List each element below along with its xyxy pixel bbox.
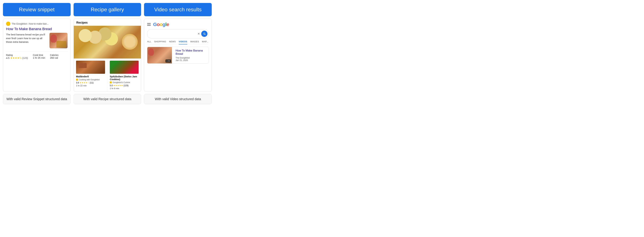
site-favicon-icon — [6, 22, 10, 26]
video-search-card: Google recipe banana bread ✕ ALL SHOPPIN… — [144, 18, 212, 92]
tab-images[interactable]: IMAGES — [190, 40, 199, 44]
video-thumbnail: 1:02 — [147, 47, 172, 64]
review-description: The best banana bread recipe you'll ever… — [6, 33, 47, 48]
google-logo: Google — [153, 22, 169, 27]
recipe-gallery-column: Recipe gallery Recipes Mailänderli Cooki… — [74, 3, 141, 104]
video-duration: 1:02 — [166, 60, 171, 62]
video-search-header: Video search results — [144, 3, 212, 16]
recipe-item-2-image — [110, 61, 139, 74]
recipe-item-2-source: Googlebot's Cuisine — [110, 81, 139, 84]
review-snippet-card: The Googlebot › how-to-make-ban... How T… — [3, 18, 71, 92]
tab-all[interactable]: ALL — [147, 40, 151, 44]
search-tabs: ALL SHOPPING NEWS VIDEOS IMAGES MAP... — [147, 40, 208, 44]
source-icon-1 — [76, 79, 78, 81]
search-icon — [203, 32, 206, 35]
recipe-2-rating-count: (123) — [124, 84, 128, 87]
recipe-item-1-image — [76, 61, 105, 74]
tab-shopping[interactable]: SHOPPING — [154, 40, 166, 44]
recipe-1-rating-value: 3.9 — [76, 82, 79, 84]
tab-maps[interactable]: MAP... — [202, 40, 208, 44]
recipe-2-rating-value: 5.0 — [110, 84, 113, 87]
recipe-2-time: 1 hr 8 min — [110, 87, 139, 90]
recipe-gallery-card: Recipes Mailänderli Cooking with Googleb… — [74, 18, 141, 92]
rating-label: Rating — [6, 54, 28, 56]
calories-label: Calories — [50, 54, 58, 56]
video-channel: The Googlebot — [176, 56, 207, 59]
stars-icon: ★★★★½ — [10, 56, 22, 60]
recipe-item-2: Spitzbuben (Swiss Jam Cookies) Googlebot… — [107, 58, 141, 92]
video-info: How To Make Banana Bread The Googlebot J… — [174, 47, 208, 64]
clear-search-icon[interactable]: ✕ — [198, 32, 200, 36]
rating-value: 4.5 — [6, 56, 10, 59]
site-info: The Googlebot › how-to-make-ban... — [12, 22, 49, 25]
recipe-1-rating: 3.9 ★★★★☆ (11) — [76, 82, 105, 84]
video-search-column: Video search results Google recipe banan… — [144, 3, 212, 104]
source-name-2: Googlebot's Cuisine — [112, 81, 130, 84]
review-snippet-footer: With valid Review Snippet structured dat… — [3, 94, 71, 104]
google-logo-g2: g — [162, 22, 165, 27]
rating-count: (123) — [22, 56, 28, 59]
video-result[interactable]: 1:02 How To Make Banana Bread The Google… — [147, 47, 208, 64]
review-snippet-title: Review snippet — [6, 6, 68, 12]
calories-value: 260 cal — [50, 56, 58, 59]
recipe-1-rating-count: (11) — [90, 82, 94, 84]
review-title-link[interactable]: How To Make Banana Bread — [6, 27, 68, 31]
site-name: The Googlebot — [12, 22, 27, 25]
recipe-2-rating: 5.0 ★★★★★ (123) — [110, 84, 139, 87]
recipe-grid: Mailänderli Cooking with Googlebot 3.9 ★… — [74, 58, 141, 92]
google-logo-o2: o — [160, 22, 162, 27]
calories-meta: Calories 260 cal — [50, 54, 58, 60]
source-name-1: Cooking with Googlebot — [79, 78, 100, 81]
recipe-item-1: Mailänderli Cooking with Googlebot 3.9 ★… — [74, 58, 107, 92]
recipe-gallery-header: Recipe gallery — [74, 3, 141, 16]
recipe-gallery-footer: With valid Recipe structured data — [74, 94, 141, 104]
recipe-gallery-title: Recipe gallery — [76, 6, 139, 12]
review-snippet-column: Review snippet The Googlebot › how-to-ma… — [3, 3, 71, 104]
hamburger-menu-icon[interactable] — [147, 23, 151, 26]
video-search-title: Video search results — [147, 6, 209, 12]
recipe-main-image — [74, 26, 141, 58]
google-logo-e: e — [166, 22, 169, 27]
google-header: Google — [147, 22, 208, 27]
review-meta: Rating 4.5 ★★★★½ (123) Cook time 1 hr 25… — [6, 51, 68, 60]
source-icon-2 — [110, 82, 112, 84]
google-logo-l: l — [165, 22, 166, 27]
recipe-item-1-name: Mailänderli — [76, 75, 105, 78]
google-logo-g: G — [153, 22, 157, 27]
recipe-item-2-name: Spitzbuben (Swiss Jam Cookies) — [110, 75, 139, 81]
site-url-text: how-to-make-ban... — [29, 22, 49, 25]
recipe-1-stars-icon: ★★★★☆ — [80, 82, 89, 84]
video-date: Jan 21, 2020 — [176, 59, 207, 62]
site-separator: › — [28, 22, 29, 25]
recipe-item-1-source: Cooking with Googlebot — [76, 78, 105, 81]
rating-line: 4.5 ★★★★½ (123) — [6, 56, 28, 60]
recipe-2-stars-icon: ★★★★★ — [113, 84, 123, 87]
google-logo-o1: o — [157, 22, 160, 27]
tab-videos[interactable]: VIDEOS — [179, 40, 187, 44]
tab-news[interactable]: NEWS — [169, 40, 176, 44]
recipe-1-time: 1 hr 22 min — [76, 84, 105, 87]
site-line: The Googlebot › how-to-make-ban... — [6, 22, 68, 26]
search-input[interactable]: recipe banana bread — [150, 32, 196, 35]
review-thumbnail — [50, 33, 68, 48]
video-title[interactable]: How To Make Banana Bread — [176, 49, 207, 56]
recipe-section-label: Recipes — [74, 19, 141, 26]
review-body: The best banana bread recipe you'll ever… — [6, 33, 68, 48]
rating-meta: Rating 4.5 ★★★★½ (123) — [6, 54, 28, 60]
video-search-footer: With valid Video structured data — [144, 94, 212, 104]
search-button[interactable] — [201, 31, 208, 37]
cook-time-meta: Cook time 1 hr 25 min — [33, 54, 45, 60]
search-bar[interactable]: recipe banana bread ✕ — [147, 29, 208, 38]
review-snippet-header: Review snippet — [3, 3, 71, 16]
cook-time-value: 1 hr 25 min — [33, 56, 45, 59]
cook-time-label: Cook time — [33, 54, 45, 56]
